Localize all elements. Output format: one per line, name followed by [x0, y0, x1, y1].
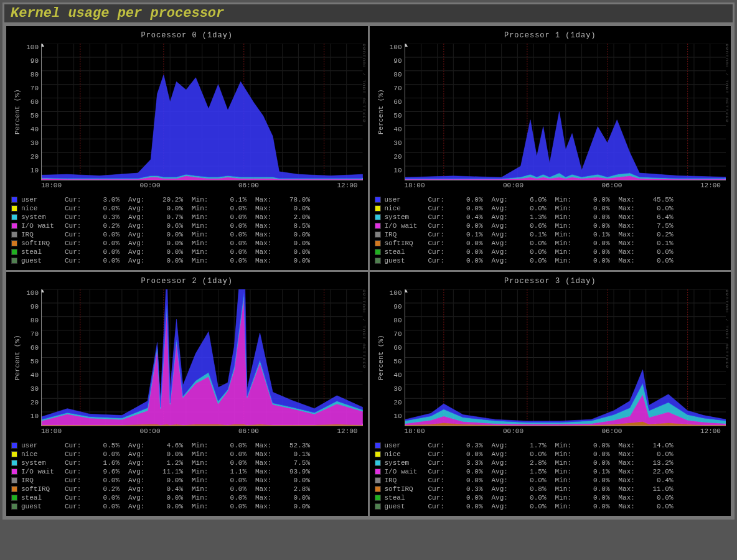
- stat-value-min: 0.0%: [581, 476, 619, 485]
- stat-label-max: Max:: [619, 450, 645, 459]
- y-axis-label: Percent (%): [375, 289, 386, 426]
- stat-value-max: 0.0%: [281, 204, 319, 213]
- stat-label-min: Min:: [555, 222, 581, 230]
- legend-series-name: softIRQ: [21, 239, 65, 248]
- stat-value-avg: 0.0%: [518, 450, 555, 459]
- stat-value-cur: 0.0%: [91, 204, 128, 213]
- stat-value-cur: 0.0%: [454, 493, 492, 502]
- stat-label-avg: Avg:: [128, 493, 154, 502]
- stat-value-min: 0.0%: [581, 248, 619, 256]
- stat-label-cur: Cur:: [65, 459, 91, 467]
- stat-label-cur: Cur:: [65, 230, 91, 239]
- stat-value-avg: 1.5%: [518, 467, 555, 476]
- stat-label-min: Min:: [555, 441, 581, 450]
- stat-label-avg: Avg:: [128, 248, 154, 256]
- x-tick-labels: 18:0000:0006:0012:00: [405, 426, 721, 435]
- stat-label-avg: Avg:: [128, 230, 154, 239]
- stat-label-cur: Cur:: [428, 239, 454, 248]
- legend-swatch-icon: [11, 442, 17, 449]
- legend-series-name: softIRQ: [385, 239, 428, 248]
- legend-swatch-icon: [375, 442, 381, 449]
- stat-value-max: 0.0%: [645, 204, 682, 213]
- stat-label-max: Max:: [619, 248, 645, 256]
- stat-label-cur: Cur:: [65, 493, 91, 502]
- legend-swatch-icon: [375, 460, 381, 466]
- stat-label-min: Min:: [192, 213, 218, 222]
- stat-value-cur: 0.0%: [91, 450, 128, 459]
- stat-value-max: 14.0%: [645, 441, 682, 450]
- stat-label-avg: Avg:: [492, 502, 518, 511]
- stat-value-avg: 4.6%: [154, 441, 192, 450]
- stat-value-cur: 0.0%: [91, 256, 128, 265]
- legend-swatch-icon: [375, 197, 381, 203]
- chart-plot-area: [41, 44, 363, 180]
- stat-label-max: Max:: [619, 230, 645, 239]
- processor-panel-0: Processor 0 (1day)RRDTOOL / TOBI OETIKER…: [6, 26, 368, 270]
- legend-row-guest: guestCur:0.0%Avg:0.0%Min:0.0%Max:0.0%: [375, 256, 726, 265]
- legend-series-name: steal: [385, 248, 428, 256]
- stat-value-avg: 0.0%: [154, 204, 192, 213]
- stat-label-avg: Avg:: [492, 230, 518, 239]
- stat-label-cur: Cur:: [65, 485, 91, 493]
- legend-swatch-icon: [375, 231, 381, 238]
- legend-row-steal: stealCur:0.0%Avg:0.0%Min:0.0%Max:0.0%: [11, 248, 363, 256]
- legend-row-softirq: softIRQCur:0.0%Avg:0.0%Min:0.0%Max:0.1%: [375, 239, 726, 248]
- legend-row-softirq: softIRQCur:0.3%Avg:0.8%Min:0.0%Max:11.0%: [375, 485, 726, 493]
- stat-value-avg: 0.0%: [518, 256, 555, 265]
- y-tick-labels: 100908070605040302010: [386, 44, 405, 180]
- stat-label-max: Max:: [619, 459, 645, 467]
- legend-row-iowait: I/O waitCur:0.0%Avg:0.6%Min:0.0%Max:7.5%: [375, 222, 726, 230]
- stat-label-min: Min:: [192, 493, 218, 502]
- processor-panel-2: Processor 2 (1day)RRDTOOL / TOBI OETIKER…: [6, 272, 368, 516]
- legend-swatch-icon: [11, 249, 17, 255]
- stat-label-avg: Avg:: [492, 493, 518, 502]
- chart-title: Processor 2 (1day): [11, 277, 363, 286]
- legend-swatch-icon: [375, 258, 381, 264]
- stat-label-max: Max:: [255, 230, 281, 239]
- stat-label-max: Max:: [619, 213, 645, 222]
- stat-value-min: 1.1%: [218, 467, 255, 476]
- stat-label-min: Min:: [555, 467, 581, 476]
- legend-swatch-icon: [375, 451, 381, 457]
- stat-value-max: 0.1%: [281, 450, 319, 459]
- stat-value-avg: 0.0%: [518, 239, 555, 248]
- stat-label-cur: Cur:: [65, 502, 91, 511]
- stat-label-max: Max:: [619, 502, 645, 511]
- stat-value-cur: 1.6%: [91, 459, 128, 467]
- legend-swatch-icon: [11, 197, 17, 203]
- stat-value-max: 0.0%: [281, 476, 319, 485]
- stat-value-min: 0.0%: [218, 493, 255, 502]
- stat-label-avg: Avg:: [128, 502, 154, 511]
- chart-plot-area: [41, 289, 363, 426]
- y-axis-label: Percent (%): [11, 289, 22, 426]
- chart-plot-area: [405, 289, 726, 426]
- stat-value-avg: 20.2%: [154, 195, 192, 204]
- legend-swatch-icon: [11, 240, 17, 246]
- processor-panel-1: Processor 1 (1day)RRDTOOL / TOBI OETIKER…: [370, 26, 731, 270]
- legend-series-name: system: [385, 213, 428, 222]
- stat-label-min: Min:: [555, 459, 581, 467]
- chart-grid: Processor 0 (1day)RRDTOOL / TOBI OETIKER…: [4, 24, 733, 518]
- legend-row-nice: niceCur:0.0%Avg:0.0%Min:0.0%Max:0.1%: [11, 450, 363, 459]
- stat-value-min: 0.1%: [581, 230, 619, 239]
- stat-label-max: Max:: [255, 502, 281, 511]
- stat-label-cur: Cur:: [65, 467, 91, 476]
- stat-label-min: Min:: [192, 441, 218, 450]
- stat-value-min: 0.0%: [581, 204, 619, 213]
- stat-label-cur: Cur:: [428, 467, 454, 476]
- stat-value-min: 0.0%: [581, 485, 619, 493]
- stat-value-min: 0.0%: [218, 459, 255, 467]
- stat-label-cur: Cur:: [65, 213, 91, 222]
- stat-label-min: Min:: [555, 239, 581, 248]
- title-bar: Kernel usage per processor: [4, 4, 733, 24]
- stat-value-min: 0.0%: [218, 256, 255, 265]
- stat-value-cur: 0.0%: [91, 493, 128, 502]
- legend-swatch-icon: [11, 486, 17, 492]
- legend-row-guest: guestCur:0.0%Avg:0.0%Min:0.0%Max:0.0%: [375, 502, 726, 511]
- stat-value-cur: 0.0%: [454, 502, 492, 511]
- stat-value-max: 6.4%: [645, 213, 682, 222]
- legend-series-name: user: [385, 195, 428, 204]
- stat-label-max: Max:: [255, 476, 281, 485]
- stat-value-avg: 0.6%: [154, 222, 192, 230]
- stat-label-max: Max:: [255, 195, 281, 204]
